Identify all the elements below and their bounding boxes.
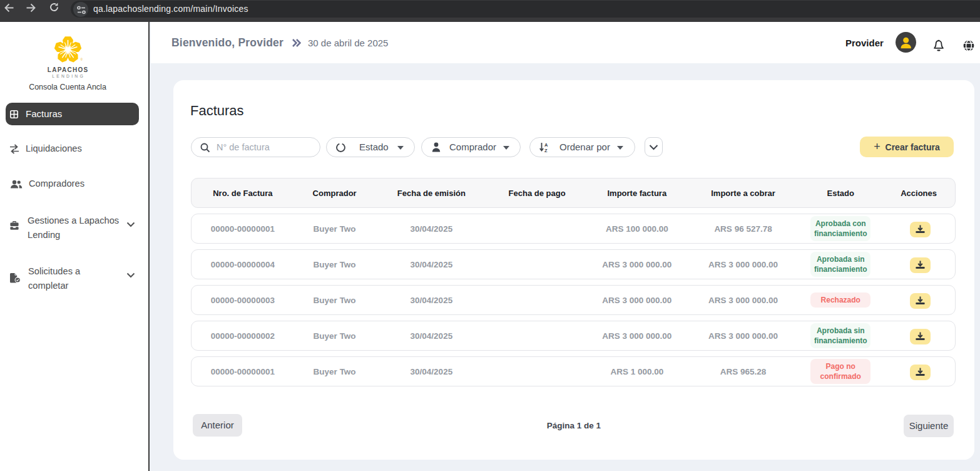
svg-text:®: ® <box>81 58 83 61</box>
svg-text:Z: Z <box>544 148 548 153</box>
svg-text:A: A <box>544 142 548 148</box>
